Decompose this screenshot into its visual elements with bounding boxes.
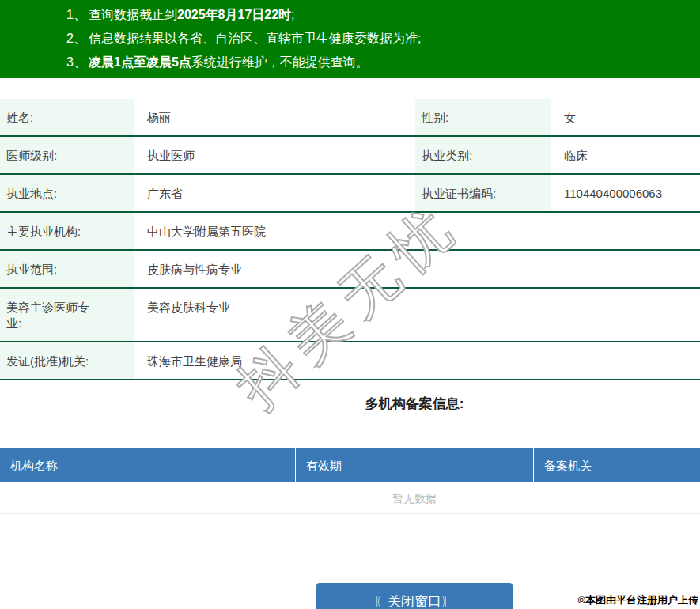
section-divider [0, 426, 700, 426]
multi-org-section-title: 多机构备案信息: [0, 395, 700, 413]
field-label: 性别: [415, 99, 551, 135]
multi-org-table: 机构名称有效期备案机关 暂无数据 [0, 448, 700, 514]
close-window-button[interactable]: 〖关闭窗口〗 [316, 583, 513, 609]
notice-text: 查询数据截止到 [89, 3, 177, 27]
doctor-detail-table: 姓名:杨丽性别:女医师级别:执业医师执业类别:临床执业地点:广东省执业证书编码:… [0, 99, 700, 380]
field-label: 发证(批准)机关: [0, 342, 134, 379]
field-value: 110440400006063 [551, 175, 700, 211]
field-label: 姓名: [0, 99, 134, 135]
table-row: 姓名:杨丽性别:女 [0, 99, 700, 137]
org-table-empty-row: 暂无数据 [0, 482, 700, 514]
field-value: 女 [551, 99, 700, 135]
copyright-stamp: ©本图由平台注册用户上传 [577, 593, 698, 607]
field-label: 执业范围: [0, 251, 134, 287]
field-value: 美容皮肤科专业 [134, 289, 700, 341]
table-row: 主要执业机构:中山大学附属第五医院 [0, 213, 700, 251]
notice-number: 1、 [66, 3, 89, 27]
notice-text: 信息数据结果以各省、自治区、直辖市卫生健康委数据为准; [89, 27, 421, 51]
table-row: 美容主诊医师专业:美容皮肤科专业 [0, 289, 700, 342]
field-value: 临床 [551, 137, 700, 173]
notice-line: 2、信息数据结果以各省、自治区、直辖市卫生健康委数据为准; [0, 27, 700, 51]
notice-line: 3、凌晨1点至凌晨5点系统进行维护，不能提供查询。 [0, 51, 700, 74]
field-value: 皮肤病与性病专业 [134, 251, 700, 287]
notice-number: 3、 [66, 51, 89, 74]
org-table-header-cell: 有效期 [296, 448, 534, 482]
field-label: 执业证书编码: [415, 175, 551, 211]
field-label: 主要执业机构: [0, 213, 134, 249]
field-value: 中山大学附属第五医院 [134, 213, 700, 249]
field-label: 美容主诊医师专业: [0, 289, 134, 341]
notice-line: 1、查询数据截止到2025年8月17日22时; [0, 3, 700, 27]
notice-text: ; [291, 3, 294, 27]
bottom-spacer [0, 514, 700, 577]
page: 1、查询数据截止到2025年8月17日22时;2、信息数据结果以各省、自治区、直… [0, 0, 700, 609]
table-row: 医师级别:执业医师执业类别:临床 [0, 137, 700, 175]
field-value: 珠海市卫生健康局 [134, 342, 700, 379]
table-row: 发证(批准)机关:珠海市卫生健康局 [0, 342, 700, 380]
notice-number: 2、 [66, 27, 89, 51]
field-label: 医师级别: [0, 137, 134, 173]
field-value: 广东省 [134, 175, 415, 211]
notice-text: 2025年8月17日22时 [177, 3, 291, 27]
org-table-header-cell: 备案机关 [534, 448, 700, 482]
notice-text: 凌晨1点至凌晨5点 [89, 51, 191, 74]
notice-text: 系统进行维护，不能提供查询。 [191, 51, 369, 74]
notice-list: 1、查询数据截止到2025年8月17日22时;2、信息数据结果以各省、自治区、直… [0, 3, 700, 74]
notice-banner: 1、查询数据截止到2025年8月17日22时;2、信息数据结果以各省、自治区、直… [0, 0, 700, 78]
table-row: 执业地点:广东省执业证书编码:110440400006063 [0, 175, 700, 213]
field-label: 执业类别: [415, 137, 551, 173]
table-row: 执业范围:皮肤病与性病专业 [0, 251, 700, 289]
field-value: 杨丽 [134, 99, 415, 135]
field-label: 执业地点: [0, 175, 134, 211]
org-table-header-row: 机构名称有效期备案机关 [0, 448, 700, 482]
org-table-header-cell: 机构名称 [0, 448, 296, 482]
field-value: 执业医师 [134, 137, 415, 173]
